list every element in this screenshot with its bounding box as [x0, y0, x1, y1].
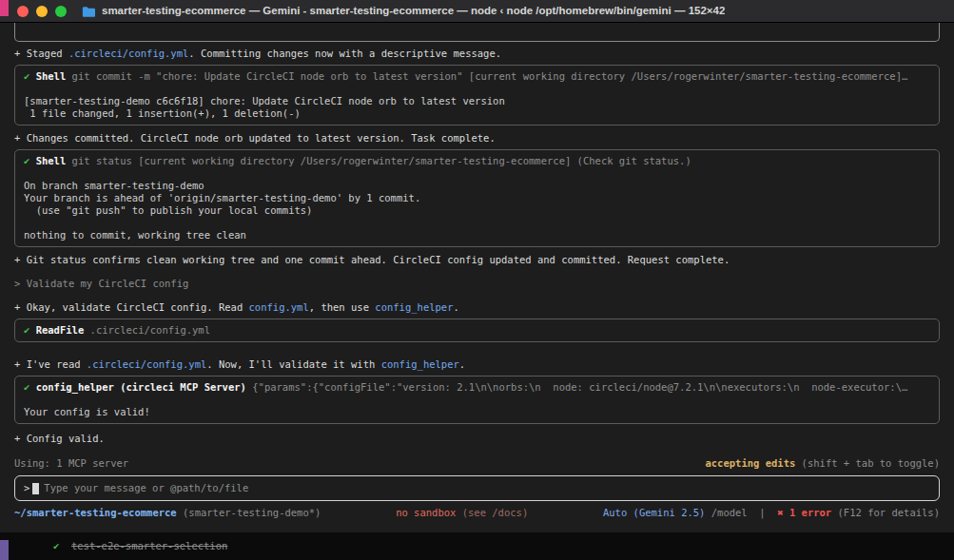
window-titlebar[interactable]: smarter-testing-ecommerce — Gemini - sma…: [0, 0, 954, 23]
user-message-validate: > Validate my CircleCI config: [14, 278, 940, 290]
blank-line: [24, 167, 930, 180]
model-and-error-status: Auto (Gemini 2.5) /model | ✖ 1 error (F1…: [603, 507, 940, 519]
assistant-message-read: + I've read .circleci/config.yml. Now, I…: [14, 358, 940, 371]
tool-call-header: ✔ ReadFile .circleci/config.yml: [24, 324, 930, 337]
cwd-and-branch: ~/smarter-testing-ecommerce (smarter-tes…: [14, 507, 321, 519]
text-cursor-icon: [32, 483, 39, 494]
tool-call-header: ✔ Shell git commit -m "chore: Update Cir…: [24, 70, 930, 83]
input-placeholder: Type your message or @path/to/file: [44, 482, 248, 494]
minimize-window-button[interactable]: [36, 6, 48, 17]
background-test-row: ✔ test-e2e-smarter-selection: [53, 540, 954, 552]
assistant-message-committed: + Changes committed. CircleCI node orb u…: [14, 132, 940, 145]
terminal-content[interactable]: + Staged .circleci/config.yml. Committin…: [0, 23, 954, 519]
tool-call-header: ✔ config_helper (circleci MCP Server) {"…: [24, 381, 930, 394]
tool-call-output: On branch smarter-testing-demoYour branc…: [24, 180, 930, 241]
folder-icon: [82, 6, 95, 17]
accepting-edits-indicator: accepting edits (shift + tab to toggle): [705, 457, 940, 470]
tool-call-config-helper: ✔ config_helper (circleci MCP Server) {"…: [14, 376, 940, 424]
assistant-message-okay: + Okay, validate CircleCI config. Read c…: [14, 301, 940, 314]
zoom-window-button[interactable]: [55, 6, 67, 17]
terminal-window: smarter-testing-ecommerce — Gemini - sma…: [0, 0, 954, 532]
assistant-message-staged: + Staged .circleci/config.yml. Committin…: [14, 48, 940, 60]
tool-call-output: Your config is valid!: [24, 406, 930, 418]
tool-call-header: ✔ Shell git status [current working dire…: [24, 155, 930, 167]
assistant-message-status-done: + Git status confirms clean working tree…: [14, 254, 940, 266]
terminal-footer: ~/smarter-testing-ecommerce (smarter-tes…: [14, 507, 940, 519]
window-controls: [17, 6, 67, 17]
tool-call-readfile: ✔ ReadFile .circleci/config.yml: [14, 319, 940, 342]
window-title: smarter-testing-ecommerce — Gemini - sma…: [102, 5, 725, 17]
session-status-bar: Using: 1 MCP server accepting edits (shi…: [14, 457, 940, 470]
background-window-strip: ✔ test-e2e-smarter-selection: [0, 532, 954, 560]
background-accent-top-left: [0, 0, 9, 16]
tool-call-git-status: ✔ Shell git status [current working dire…: [14, 149, 940, 247]
sandbox-status: no sandbox (see /docs): [396, 507, 528, 519]
mcp-server-status: Using: 1 MCP server: [14, 457, 128, 470]
scrolled-tool-box-partial: [14, 23, 940, 42]
message-input[interactable]: > Type your message or @path/to/file: [14, 475, 940, 501]
blank-line: [24, 394, 930, 406]
tool-call-git-commit: ✔ Shell git commit -m "chore: Update Cir…: [14, 65, 940, 126]
input-prompt: >: [24, 482, 29, 494]
close-window-button[interactable]: [17, 6, 29, 17]
background-accent-bottom-left: [0, 540, 9, 560]
desktop-background: smarter-testing-ecommerce — Gemini - sma…: [0, 0, 954, 560]
tool-call-output: [smarter-testing-demo c6c6f18] chore: Up…: [24, 95, 930, 120]
assistant-message-valid: + Config valid.: [14, 433, 940, 445]
blank-line: [24, 83, 930, 95]
